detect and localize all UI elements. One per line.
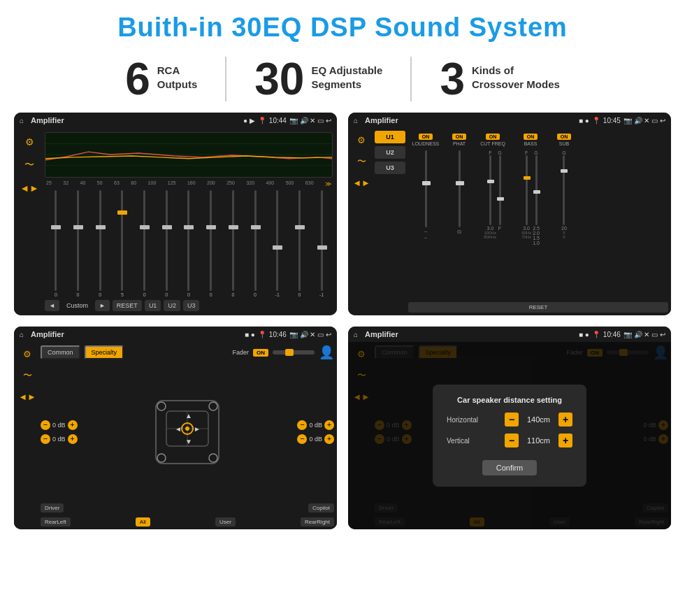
horizontal-plus-btn[interactable]: + [558,413,572,427]
stat-number-3: 3 [440,57,465,101]
phat-label: PHAT [453,141,466,146]
vertical-plus-btn[interactable]: + [558,434,572,447]
driver-btn[interactable]: Driver [41,503,64,513]
eq-slider-6[interactable]: 0 [161,190,171,297]
eq-slider-3[interactable]: 0 [95,190,105,297]
eq-wave-icon[interactable]: 〜 [24,159,34,171]
all-btn[interactable]: All [136,517,150,527]
stat-number-30: 30 [254,57,304,101]
amp-u3-btn[interactable]: U3 [375,162,405,174]
amp-speaker-icon[interactable]: ◄► [352,178,370,188]
stat-label-cross-2: Crossover Modes [472,78,560,92]
tl-plus-btn[interactable]: + [68,420,78,430]
eq-u1-btn[interactable]: U1 [145,300,161,311]
br-minus-btn[interactable]: − [297,434,307,444]
stats-bar: 6 RCA Outputs 30 EQ Adjustable Segments … [0,51,685,113]
eq-bottom-bar: ◄ Custom ► RESET U1 U2 U3 [45,300,333,311]
sp-speaker-icon[interactable]: ◄► [18,392,36,402]
status-bar-1: ⌂ Amplifier ● ▶ 📍 10:44 📷 🔊 ✕ ▭ ↩ [14,113,337,128]
tr-plus-btn[interactable]: + [324,420,334,430]
bl-plus-btn[interactable]: + [68,434,78,444]
status-bar-2: ⌂ Amplifier ■ ● 📍 10:45 📷 🔊 ✕ ▭ ↩ [348,113,671,128]
screen-amp: ⌂ Amplifier ■ ● 📍 10:45 📷 🔊 ✕ ▭ ↩ ⚙ 〜 ◄►… [348,113,671,315]
svg-text:►: ► [194,425,201,433]
eq-slider-1[interactable]: 0 [51,190,61,297]
fader-on-badge: ON [253,349,268,357]
amp-wave-icon[interactable]: 〜 [357,155,366,168]
eq-u2-btn[interactable]: U2 [164,300,180,311]
horizontal-minus-btn[interactable]: − [505,413,519,427]
dialog-overlay: Car speaker distance setting Horizontal … [348,342,671,529]
time-4: 10:46 [603,331,621,338]
amp-reset-btn[interactable]: RESET [408,302,668,313]
user-btn[interactable]: User [215,517,236,527]
eq-slider-9[interactable]: 0 [228,190,238,297]
rearright-btn[interactable]: RearRight [301,517,334,527]
cutfreq-label: CUT FREQ [480,141,505,146]
screen-speaker: ⌂ Amplifier ■ ● 📍 10:46 📷 🔊 ✕ ▭ ↩ ⚙ 〜 ◄►… [14,327,337,529]
dot-icons-2: ■ ● [579,117,589,124]
stat-label-cross-1: Kinds of [472,64,560,78]
eq-speaker-icon[interactable]: ◄► [20,182,39,194]
svg-text:◄: ◄ [175,425,182,433]
time-1: 10:44 [269,117,287,124]
vertical-minus-btn[interactable]: − [505,434,519,447]
eq-reset-btn[interactable]: RESET [113,300,142,311]
location-icon-1: 📍 [258,117,266,124]
amp-u1-btn[interactable]: U1 [375,131,405,143]
eq-slider-2[interactable]: 0 [73,190,83,297]
bass-label: BASS [524,141,538,146]
fader-slider[interactable] [273,350,315,354]
time-3: 10:46 [269,331,287,338]
horizontal-label: Horizontal [447,416,489,424]
common-tab[interactable]: Common [41,345,80,359]
eq-filter-icon[interactable]: ⚙ [25,136,34,148]
stat-label-rca-2: Outputs [157,78,198,92]
eq-sliders: .eq-sl { display:flex;flex-direction:col… [45,190,333,297]
eq-slider-7[interactable]: 0 [184,190,194,297]
confirm-button[interactable]: Confirm [482,460,538,475]
amp-filter-icon[interactable]: ⚙ [357,135,366,145]
stat-label-rca-1: RCA [157,64,198,78]
tr-minus-btn[interactable]: − [297,420,307,430]
sp-filter-icon[interactable]: ⚙ [23,349,31,359]
tl-minus-btn[interactable]: − [41,420,50,430]
eq-u3-btn[interactable]: U3 [183,300,200,311]
status-bar-4: ⌂ Amplifier ■ ● 📍 10:46 📷 🔊 ✕ ▭ ↩ [348,327,671,342]
home-icon-3[interactable]: ⌂ [20,331,24,338]
eq-slider-13[interactable]: -1 [317,190,326,297]
rearleft-btn[interactable]: RearLeft [41,517,71,527]
eq-freq-labels: 2532405063 80100125160200 25032040050063… [45,180,333,187]
specialty-tab[interactable]: Specialty [85,345,124,359]
eq-slider-11[interactable]: -1 [273,190,282,297]
horizontal-value: 140cm [523,415,554,424]
eq-prev-btn[interactable]: ◄ [45,300,59,311]
br-plus-btn[interactable]: + [324,434,334,444]
eq-slider-10[interactable]: 0 [250,190,260,297]
svg-point-16 [209,454,217,462]
screens-grid: ⌂ Amplifier ● ▶ 📍 10:44 📷 🔊 ✕ ▭ ↩ ⚙ 〜 ◄► [0,113,685,536]
amp-u2-btn[interactable]: U2 [375,146,405,159]
eq-play-btn[interactable]: ► [95,300,110,311]
location-icon-3: 📍 [258,331,266,338]
location-icon-2: 📍 [592,117,600,124]
home-icon-2[interactable]: ⌂ [354,117,358,124]
eq-slider-12[interactable]: 0 [294,190,304,297]
home-icon-4[interactable]: ⌂ [354,331,358,338]
sp-wave-icon[interactable]: 〜 [23,369,32,382]
system-icons-4: 📷 🔊 ✕ ▭ ↩ [623,331,665,338]
copilot-btn[interactable]: Copilot [308,503,334,513]
stat-crossover: 3 Kinds of Crossover Modes [412,57,587,101]
loudness-label: LOUDNESS [412,141,440,146]
bl-minus-btn[interactable]: − [41,434,50,444]
home-icon-1[interactable]: ⌂ [20,117,24,124]
system-icons-1: 📷 🔊 ✕ ▭ ↩ [289,117,331,124]
time-2: 10:45 [603,117,621,124]
car-diagram: ▲ ▼ ◄ ► [80,366,295,498]
eq-sidebar: ⚙ 〜 ◄► [18,132,41,311]
eq-slider-4[interactable]: 5 [117,190,127,297]
sub-label: SUB [559,141,569,146]
eq-slider-8[interactable]: 0 [206,190,216,297]
eq-slider-5[interactable]: 0 [140,190,150,297]
amp-sidebar: ⚙ 〜 ◄► [351,131,372,313]
